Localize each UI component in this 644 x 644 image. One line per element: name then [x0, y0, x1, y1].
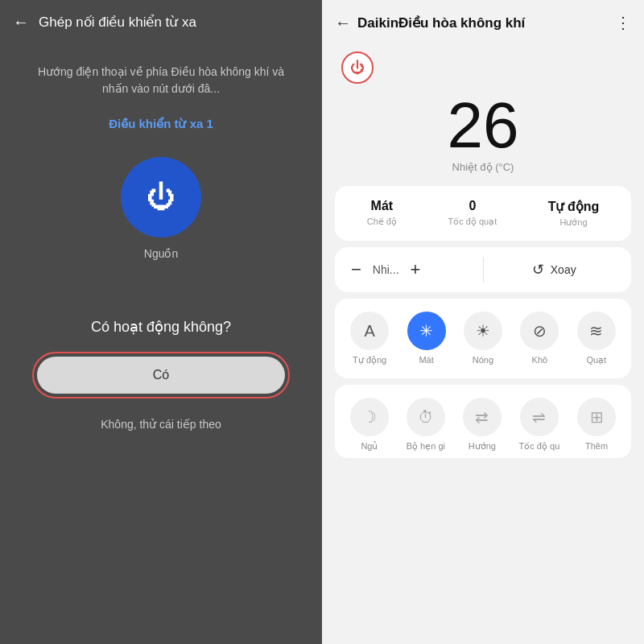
stat-mode-label: Chế độ — [367, 217, 397, 227]
temperature-value: 26 — [335, 93, 631, 158]
mode-fan[interactable]: ≋ Quạt — [577, 312, 616, 365]
bottom-fan-speed[interactable]: ⇌ Tốc độ qu — [519, 398, 560, 452]
stat-mode-value: Mát — [367, 199, 397, 213]
xoay-icon: ↺ — [532, 261, 544, 279]
mode-cool[interactable]: ✳ Mát — [407, 312, 446, 365]
stat-mode[interactable]: Mát Chế độ — [367, 199, 397, 228]
temp-minus-button[interactable]: − — [348, 259, 365, 280]
mode-heat-label: Nóng — [473, 355, 493, 365]
temperature-label: Nhiệt độ (°C) — [335, 161, 631, 173]
power-button-container: ⏻ Nguồn — [0, 157, 322, 260]
fan-speed-label: Tốc độ qu — [519, 441, 560, 452]
mode-fan-label: Quạt — [586, 355, 606, 365]
mode-heat-icon: ☀ — [464, 312, 502, 350]
ac-power-row: ⏻ — [335, 45, 631, 87]
left-header: ← Ghép nối điều khiển từ xa — [0, 0, 322, 44]
mode-card: A Tự động ✳ Mát ☀ Nóng ⊘ Khô ≋ Quạt — [335, 299, 631, 378]
no-button[interactable]: Không, thử cái tiếp theo — [0, 411, 322, 437]
direction-label: Hướng — [469, 441, 496, 452]
direction-icon: ⇄ — [463, 398, 502, 436]
timer-icon: ⏱ — [407, 398, 445, 436]
timer-label: Bộ hẹn gi — [407, 441, 445, 452]
mode-dry-icon: ⊘ — [520, 312, 559, 350]
bottom-timer[interactable]: ⏱ Bộ hẹn gi — [407, 398, 445, 452]
mode-cool-label: Mát — [419, 355, 433, 365]
bottom-direction[interactable]: ⇄ Hướng — [463, 398, 502, 452]
more-options-icon[interactable]: ⋮ — [615, 13, 631, 32]
question-text: Có hoạt động không? — [0, 318, 322, 336]
yes-button[interactable]: Có — [37, 357, 285, 394]
divider — [483, 257, 484, 283]
sleep-label: Ngủ — [361, 441, 378, 452]
ac-power-icon: ⏻ — [350, 60, 365, 76]
bottom-more[interactable]: ⊞ Thêm — [577, 398, 616, 452]
right-content: ⏻ 26 Nhiệt độ (°C) Mát Chế độ 0 Tốc độ q… — [322, 45, 644, 644]
stat-fan-value: 0 — [448, 199, 497, 213]
left-title: Ghép nối điều khiển từ xa — [39, 14, 196, 31]
ac-power-button[interactable]: ⏻ — [341, 52, 374, 84]
more-icon: ⊞ — [577, 398, 616, 436]
stat-fan-speed[interactable]: 0 Tốc độ quạt — [448, 199, 497, 228]
temperature-display: 26 Nhiệt độ (°C) — [335, 87, 631, 176]
power-icon: ⏻ — [147, 183, 175, 212]
control-card: − Nhi... + ↺ Xoay — [335, 247, 631, 292]
power-button[interactable]: ⏻ — [121, 157, 201, 237]
mode-row: A Tự động ✳ Mát ☀ Nóng ⊘ Khô ≋ Quạt — [341, 312, 625, 365]
more-label: Thêm — [585, 441, 608, 451]
stat-fan-label: Tốc độ quạt — [448, 217, 497, 227]
temp-control: − Nhi... + — [348, 259, 477, 280]
bottom-sleep[interactable]: ☽ Ngủ — [350, 398, 389, 452]
mode-fan-icon: ≋ — [577, 312, 616, 350]
left-description: Hướng điện thoại về phía Điều hòa không … — [0, 44, 322, 110]
bottom-card: ☽ Ngủ ⏱ Bộ hẹn gi ⇄ Hướng ⇌ Tốc độ qu ⊞ — [335, 385, 631, 458]
mode-dry[interactable]: ⊘ Khô — [520, 312, 559, 365]
mode-auto[interactable]: A Tự động — [350, 312, 389, 365]
mode-cool-icon: ✳ — [407, 312, 446, 350]
mode-auto-label: Tự động — [353, 355, 386, 365]
right-title: DaikinĐiều hòa không khí — [357, 14, 615, 31]
stats-card: Mát Chế độ 0 Tốc độ quạt Tự động Hướng — [335, 186, 631, 241]
fan-speed-icon: ⇌ — [520, 398, 559, 436]
right-panel: ← DaikinĐiều hòa không khí ⋮ ⏻ 26 Nhiệt … — [322, 0, 644, 644]
mode-dry-label: Khô — [532, 355, 548, 365]
sleep-icon: ☽ — [350, 398, 389, 436]
power-label: Nguồn — [144, 247, 178, 260]
mode-auto-icon: A — [350, 312, 389, 350]
right-back-arrow[interactable]: ← — [335, 14, 351, 32]
yes-button-wrapper: Có — [32, 352, 290, 398]
right-header: ← DaikinĐiều hòa không khí ⋮ — [322, 0, 644, 45]
temp-plus-button[interactable]: + — [407, 259, 424, 280]
remote-name: Điều khiển từ xa 1 — [0, 117, 322, 131]
stat-direction-value: Tự động — [548, 199, 600, 214]
xoay-button[interactable]: ↺ Xoay — [490, 261, 619, 279]
stat-direction[interactable]: Tự động Hướng — [548, 199, 600, 228]
mode-heat[interactable]: ☀ Nóng — [464, 312, 502, 365]
left-back-arrow[interactable]: ← — [13, 13, 29, 31]
xoay-label: Xoay — [551, 263, 576, 276]
stat-direction-label: Hướng — [548, 217, 600, 228]
temp-control-label: Nhi... — [373, 263, 399, 276]
left-panel: ← Ghép nối điều khiển từ xa Hướng điện t… — [0, 0, 322, 644]
bottom-row: ☽ Ngủ ⏱ Bộ hẹn gi ⇄ Hướng ⇌ Tốc độ qu ⊞ — [341, 398, 625, 452]
